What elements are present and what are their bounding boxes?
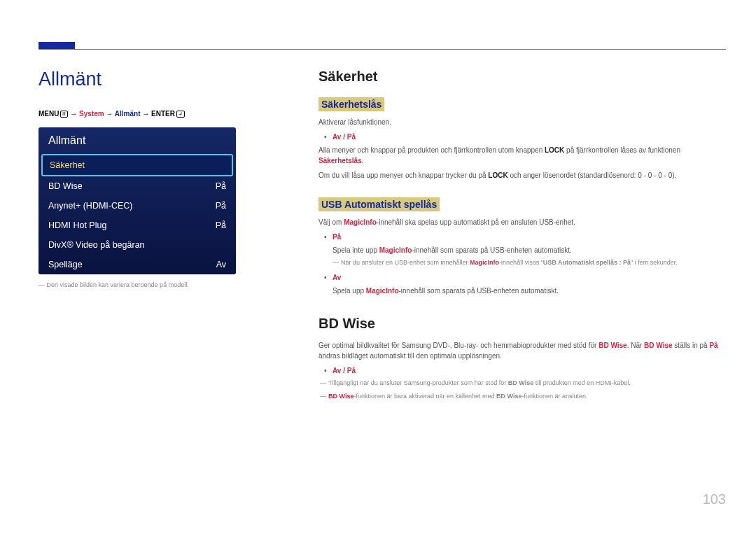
heading-sakerhet: Säkerhet xyxy=(318,69,724,85)
text-lock-desc: Alla menyer och knappar på produkten och… xyxy=(318,145,724,166)
separator-icon: → xyxy=(70,110,79,118)
osd-row-value: På xyxy=(216,220,226,230)
osd-row-value: På xyxy=(216,181,226,191)
osd-row-anynet[interactable]: Anynet+ (HDMI-CEC) På xyxy=(38,196,236,216)
osd-row-spellage[interactable]: Spelläge Av xyxy=(38,255,236,274)
osd-row-hdmihotplug[interactable]: HDMI Hot Plug På xyxy=(38,216,236,235)
note-bdwise-available: Tillgängligt när du ansluter Samsung-pro… xyxy=(328,379,724,388)
separator-icon: → xyxy=(142,110,151,118)
bullet-av: Av xyxy=(332,272,724,283)
breadcrumb-allmant: Allmänt xyxy=(115,110,141,118)
osd-row-value: Av xyxy=(216,260,226,269)
top-rule xyxy=(38,49,726,50)
osd-row-label: HDMI Hot Plug xyxy=(48,220,106,230)
breadcrumb-menu: MENU xyxy=(38,110,59,118)
text-pa-desc: Spela inte upp MagicInfo-innehåll som sp… xyxy=(332,245,724,255)
menu-icon: Ⅲ xyxy=(60,111,68,118)
separator-icon: → xyxy=(106,110,114,118)
text-activates-lock: Aktiverar låsfunktionen. xyxy=(318,117,724,127)
note-usb-connect: När du ansluter en USB-enhet som innehål… xyxy=(341,258,724,268)
text-usb-desc: Välj om MagicInfo-innehåll ska spelas up… xyxy=(318,217,724,227)
bullet-av-pa: Av / På xyxy=(332,132,724,142)
bullet-pa: På xyxy=(332,232,724,242)
osd-title: Allmänt xyxy=(38,127,236,154)
osd-row-label: Säkerhet xyxy=(50,160,85,170)
note-bdwise-activated: BD Wise-funktionen är bara aktiverad när… xyxy=(328,392,724,402)
enter-icon: ↲ xyxy=(176,111,185,118)
osd-row-sakerhet[interactable]: Säkerhet xyxy=(41,154,233,176)
osd-row-value: På xyxy=(216,201,226,211)
osd-row-label: BD Wise xyxy=(48,181,83,191)
text-bdwise-desc: Ger optimal bildkvalitet för Samsung DVD… xyxy=(318,340,724,361)
footnote: Den visade bilden kan variera beroende p… xyxy=(38,281,270,288)
text-av-desc: Spela upp MagicInfo-innehåll som sparats… xyxy=(332,286,724,296)
osd-row-bdwise[interactable]: BD Wise På xyxy=(38,176,236,196)
heading-sakerhetslas: Säkerhetslås xyxy=(318,97,384,111)
page-number: 103 xyxy=(703,491,726,507)
breadcrumb-enter: ENTER xyxy=(151,110,175,118)
osd-row-label: DivX® Video på begäran xyxy=(48,240,145,250)
osd-row-label: Anynet+ (HDMI-CEC) xyxy=(48,201,133,211)
heading-bdwise: BD Wise xyxy=(318,316,724,332)
text-unlock-desc: Om du vill låsa upp menyer och knappar t… xyxy=(318,170,724,181)
osd-panel: Allmänt Säkerhet BD Wise På Anynet+ (HDM… xyxy=(38,127,236,274)
osd-row-divx[interactable]: DivX® Video på begäran xyxy=(38,235,236,255)
heading-usb-autoplay-lock: USB Automatiskt spellås xyxy=(318,197,440,211)
bullet-av-pa-2: Av / På xyxy=(332,365,724,376)
breadcrumb: MENUⅢ → System → Allmänt → ENTER↲ xyxy=(38,110,270,118)
osd-row-label: Spelläge xyxy=(48,260,83,269)
page-title: Allmänt xyxy=(38,69,270,90)
breadcrumb-system: System xyxy=(79,110,104,118)
